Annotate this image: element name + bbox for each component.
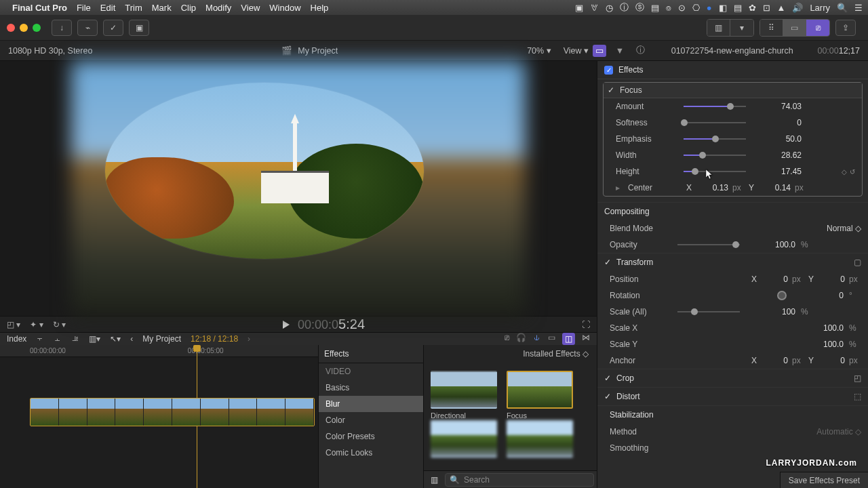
- volume-icon[interactable]: 🔊: [792, 3, 803, 13]
- window-traffic-lights[interactable]: [7, 24, 41, 32]
- keyword-button[interactable]: ⌁: [77, 20, 98, 36]
- status-icon[interactable]: ◷: [606, 3, 613, 13]
- blend-mode-dropdown[interactable]: Normal ◇: [827, 224, 861, 233]
- timeline-project-name[interactable]: My Project: [142, 334, 181, 344]
- fx-cat-video[interactable]: VIDEO: [319, 363, 423, 380]
- emphasis-slider[interactable]: [684, 138, 746, 140]
- index-button[interactable]: Index: [7, 334, 26, 344]
- disclosure-caret[interactable]: ▸: [616, 183, 623, 192]
- anchor-y-value[interactable]: 0: [818, 356, 845, 365]
- app-name[interactable]: Final Cut Pro: [12, 3, 67, 13]
- softness-value[interactable]: 0: [754, 118, 802, 127]
- status-icon[interactable]: ▤: [734, 3, 742, 13]
- share-button[interactable]: ⇪: [835, 20, 856, 36]
- opacity-value[interactable]: 100.0: [748, 240, 795, 249]
- inspector-toggle-icon[interactable]: ⎚: [806, 20, 829, 36]
- rotation-value[interactable]: 0: [796, 291, 844, 300]
- menu-window[interactable]: Window: [269, 3, 300, 13]
- center-y-value[interactable]: 0.14: [758, 183, 791, 192]
- browser-view-seg[interactable]: ⠿ ▭ ⎚: [760, 19, 830, 37]
- status-icon[interactable]: ▣: [575, 3, 583, 13]
- menu-modify[interactable]: Modify: [205, 3, 231, 13]
- scale-x-value[interactable]: 100.0: [796, 323, 844, 333]
- menu-help[interactable]: Help: [311, 3, 329, 13]
- trim-icon[interactable]: ⋈: [582, 333, 590, 345]
- scale-y-value[interactable]: 100.0: [796, 340, 844, 349]
- status-icon[interactable]: ⊡: [763, 3, 770, 13]
- transform-icon[interactable]: ▢: [854, 258, 861, 267]
- width-slider[interactable]: [684, 155, 746, 156]
- status-icon[interactable]: ✿: [749, 3, 756, 13]
- status-icon[interactable]: ⌾: [666, 3, 671, 13]
- height-slider[interactable]: [684, 171, 746, 172]
- grid-view-icon[interactable]: ⠿: [760, 20, 783, 36]
- distort-checkbox[interactable]: ✓: [604, 392, 611, 401]
- fullscreen-icon[interactable]: ⛶: [582, 320, 590, 329]
- tl-display-options-icon[interactable]: ⎚: [505, 333, 509, 345]
- spotlight-icon[interactable]: 🔍: [837, 3, 848, 13]
- enhance-tool-dropdown[interactable]: ✦ ▾: [30, 320, 43, 329]
- status-icon[interactable]: ▤: [651, 3, 659, 13]
- enhance-button[interactable]: ▣: [129, 20, 149, 36]
- retime-tool-dropdown[interactable]: ↻ ▾: [53, 320, 66, 329]
- zoom-dropdown[interactable]: 70% ▾: [527, 45, 551, 56]
- status-icon[interactable]: ●: [707, 3, 712, 13]
- distort-icon[interactable]: ⬚: [854, 392, 861, 401]
- transform-checkbox[interactable]: ✓: [604, 258, 611, 267]
- fx-cat-basics[interactable]: Basics: [319, 380, 423, 396]
- zoom-window-icon[interactable]: [33, 24, 41, 32]
- background-tasks-button[interactable]: ✓: [103, 20, 123, 36]
- menu-mark[interactable]: Mark: [152, 3, 172, 13]
- keyframe-icon[interactable]: ◇: [842, 168, 847, 176]
- history-back[interactable]: ‹: [130, 334, 133, 344]
- chevron-down-icon[interactable]: ▾: [730, 20, 753, 36]
- play-button[interactable]: [283, 321, 290, 329]
- center-x-value[interactable]: 0.13: [696, 183, 728, 192]
- menu-trim[interactable]: Trim: [125, 3, 142, 13]
- menu-clip[interactable]: Clip: [181, 3, 196, 13]
- position-y-value[interactable]: 0: [818, 274, 845, 284]
- effects-search[interactable]: 🔍 Search: [445, 473, 594, 487]
- status-icon[interactable]: ⓘ: [620, 1, 629, 14]
- timeline[interactable]: 00:00:00:00 00:00:05:00 010722754-new-en…: [0, 345, 319, 488]
- user-name[interactable]: Larry: [810, 3, 830, 13]
- viewer[interactable]: [0, 61, 597, 316]
- fx-cat-color[interactable]: Color: [319, 412, 423, 428]
- crop-checkbox[interactable]: ✓: [604, 373, 611, 383]
- status-icon[interactable]: ⩔: [590, 3, 599, 13]
- scale-all-slider[interactable]: [677, 311, 740, 312]
- save-effects-preset-button[interactable]: Save Effects Preset: [780, 472, 868, 488]
- close-window-icon[interactable]: [7, 24, 15, 32]
- reset-icon[interactable]: ↺: [850, 168, 855, 176]
- info-inspector-tab[interactable]: ⓘ: [633, 45, 647, 57]
- arrow-tool-dropdown[interactable]: ↖▾: [110, 334, 121, 344]
- append-clip-icon[interactable]: ⫡: [71, 334, 79, 344]
- emphasis-value[interactable]: 50.0: [754, 134, 802, 144]
- timeline-ruler[interactable]: 00:00:00:00 00:00:05:00: [0, 345, 318, 357]
- status-icon[interactable]: ⊙: [678, 3, 686, 13]
- library-icon[interactable]: ▥: [707, 20, 730, 36]
- control-center-icon[interactable]: ☰: [854, 3, 863, 13]
- fx-thumb[interactable]: [431, 420, 497, 458]
- filter-inspector-tab[interactable]: ▼: [613, 45, 627, 57]
- fx-cat-color-presets[interactable]: Color Presets: [319, 428, 423, 445]
- filmstrip-view-icon[interactable]: ▭: [783, 20, 806, 36]
- menu-edit[interactable]: Edit: [100, 3, 115, 13]
- connect-clip-icon[interactable]: ⫟: [36, 334, 44, 344]
- softness-slider[interactable]: [684, 122, 746, 123]
- scale-all-value[interactable]: 100: [748, 307, 795, 317]
- amount-slider[interactable]: [684, 106, 746, 107]
- crop-icon[interactable]: ◰: [854, 373, 861, 383]
- installed-effects-dropdown[interactable]: Installed Effects ◇: [523, 349, 589, 359]
- width-value[interactable]: 28.62: [754, 150, 802, 160]
- audio-meter-icon[interactable]: 🎧: [516, 333, 526, 345]
- fx-cat-blur[interactable]: Blur: [319, 396, 423, 412]
- fx-view-toggle[interactable]: ▥: [431, 475, 438, 485]
- amount-value[interactable]: 74.03: [754, 102, 802, 111]
- insert-clip-icon[interactable]: ⫠: [54, 334, 62, 344]
- effects-checkbox[interactable]: ✓: [604, 66, 613, 75]
- snapping-icon[interactable]: ⫝: [533, 333, 541, 345]
- skimming-icon[interactable]: ▭: [548, 333, 555, 345]
- minimize-window-icon[interactable]: [20, 24, 28, 32]
- menu-file[interactable]: File: [77, 3, 91, 13]
